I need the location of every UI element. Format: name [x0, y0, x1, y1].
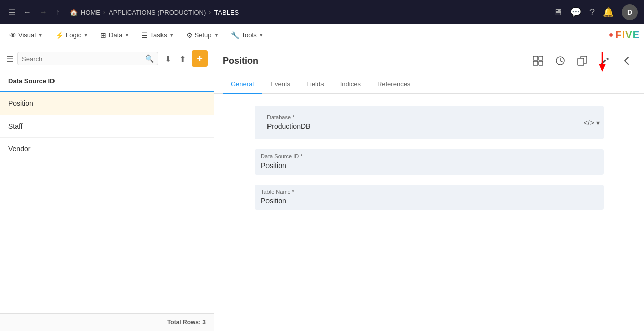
- content-area: Position: [214, 46, 644, 331]
- sidebar-toolbar: ☰ 🔍 ⬇ ⬆ +: [0, 46, 214, 71]
- table-name-field-group: Table Name * Position: [255, 185, 604, 210]
- breadcrumb-sep-1: ›: [103, 9, 105, 16]
- download-icon[interactable]: ⬇: [163, 52, 173, 66]
- sidebar-item-staff[interactable]: Staff: [0, 115, 214, 138]
- chat-icon[interactable]: 💬: [570, 7, 581, 18]
- svg-rect-2: [533, 61, 538, 65]
- help-icon[interactable]: ?: [589, 7, 595, 18]
- breadcrumb: 🏠 HOME › APPLICATIONS (PRODUCTION) › TAB…: [70, 9, 239, 16]
- data-icon: ⊞: [100, 31, 106, 39]
- sidebar-item-vendor[interactable]: Vendor: [0, 138, 214, 160]
- tasks-icon: ☰: [141, 31, 148, 39]
- user-avatar[interactable]: D: [622, 4, 638, 20]
- tasks-caret: ▼: [169, 32, 174, 38]
- top-bar-right: 🖥 💬 ? 🔔 D: [553, 4, 638, 20]
- data-source-id-label: Data Source ID *: [255, 149, 604, 160]
- database-field-group: Database * ProductionDB </> ▾: [255, 106, 604, 139]
- database-label: Database *: [261, 110, 574, 121]
- nav-tasks[interactable]: ☰ Tasks ▼: [136, 28, 179, 42]
- content-header-wrapper: Position: [214, 46, 644, 75]
- nav-setup[interactable]: ⚙ Setup ▼: [181, 28, 224, 42]
- data-source-id-field: Data Source ID * Position: [255, 149, 604, 175]
- copy-icon[interactable]: [573, 51, 592, 70]
- forward-icon[interactable]: →: [37, 6, 49, 19]
- database-field-icons: </> ▾: [580, 106, 604, 139]
- table-name-label: Table Name *: [255, 185, 604, 196]
- page-title: Position: [223, 56, 529, 66]
- top-navigation-bar: ☰ ← → ↑ 🏠 HOME › APPLICATIONS (PRODUCTIO…: [0, 0, 644, 24]
- setup-icon: ⚙: [186, 31, 193, 39]
- form-area: Database * ProductionDB </> ▾ Data Sourc…: [214, 94, 644, 331]
- table-name-field: Table Name * Position: [255, 185, 604, 210]
- search-input[interactable]: [22, 55, 145, 63]
- search-wrapper: 🔍: [17, 52, 158, 65]
- tabs: General Events Fields Indices References: [214, 75, 644, 94]
- breadcrumb-tables[interactable]: TABLES: [214, 9, 239, 16]
- secondary-navigation: 👁 Visual ▼ ⚡ Logic ▼ ⊞ Data ▼ ☰ Tasks ▼ …: [0, 24, 644, 46]
- database-field: Database * ProductionDB </> ▾: [255, 106, 604, 139]
- history-icon[interactable]: [551, 51, 569, 70]
- menu-icon[interactable]: ☰: [6, 6, 17, 19]
- tab-references[interactable]: References: [369, 75, 418, 94]
- setup-caret: ▼: [214, 32, 219, 38]
- table-name-value[interactable]: Position: [255, 196, 604, 210]
- breadcrumb-home[interactable]: 🏠 HOME: [70, 9, 100, 16]
- svg-rect-1: [539, 56, 543, 60]
- main-layout: ☰ 🔍 ⬇ ⬆ + Data Source ID Position Staff …: [0, 46, 644, 331]
- sidebar-item-position[interactable]: Position: [0, 92, 214, 115]
- logo-star: ✦: [607, 30, 615, 41]
- content-actions: [529, 51, 636, 70]
- svg-rect-0: [533, 56, 538, 60]
- add-button[interactable]: +: [192, 50, 208, 67]
- breadcrumb-sep-2: ›: [209, 9, 211, 16]
- tab-indices[interactable]: Indices: [332, 75, 369, 94]
- visual-caret: ▼: [38, 32, 43, 38]
- sidebar-footer: Total Rows: 3: [0, 313, 214, 331]
- code-icon[interactable]: </>: [584, 119, 594, 127]
- back-icon[interactable]: ←: [21, 6, 33, 19]
- tab-events[interactable]: Events: [262, 75, 298, 94]
- data-source-id-field-group: Data Source ID * Position: [255, 149, 604, 175]
- upload-icon[interactable]: ⬆: [177, 52, 188, 66]
- nav-visual[interactable]: 👁 Visual ▼: [4, 28, 48, 42]
- up-icon[interactable]: ↑: [53, 6, 62, 19]
- edit-icon[interactable]: [596, 51, 614, 70]
- svg-rect-3: [539, 61, 543, 65]
- nav-tools[interactable]: 🔧 Tools ▼: [226, 28, 269, 42]
- database-value[interactable]: ProductionDB: [261, 121, 574, 135]
- sidebar: ☰ 🔍 ⬇ ⬆ + Data Source ID Position Staff …: [0, 46, 214, 331]
- svg-rect-6: [578, 58, 584, 65]
- sidebar-list: Position Staff Vendor: [0, 92, 214, 313]
- filter-icon[interactable]: ☰: [6, 54, 13, 64]
- notification-icon[interactable]: 🔔: [603, 7, 614, 18]
- search-icon[interactable]: 🔍: [145, 54, 154, 63]
- back-nav-icon[interactable]: [618, 51, 636, 70]
- monitor-icon[interactable]: 🖥: [553, 7, 562, 18]
- tab-general[interactable]: General: [223, 75, 262, 94]
- home-icon: 🏠: [70, 9, 78, 16]
- data-caret: ▼: [125, 32, 130, 38]
- visual-icon: 👁: [9, 31, 16, 39]
- logic-caret: ▼: [83, 32, 88, 38]
- logic-icon: ⚡: [55, 31, 64, 39]
- tools-icon: 🔧: [231, 31, 239, 39]
- tools-caret: ▼: [259, 32, 264, 38]
- tab-fields[interactable]: Fields: [298, 75, 332, 94]
- nav-data[interactable]: ⊞ Data ▼: [95, 28, 134, 42]
- nav-logic[interactable]: ⚡ Logic ▼: [50, 28, 93, 42]
- content-header: Position: [214, 46, 644, 75]
- expand-icon[interactable]: ▾: [596, 119, 600, 127]
- five-logo: ✦ FIVE: [607, 29, 640, 41]
- grid-view-icon[interactable]: [529, 51, 547, 70]
- sidebar-header: Data Source ID: [0, 71, 214, 92]
- database-field-content: Database * ProductionDB: [255, 106, 580, 139]
- data-source-id-value[interactable]: Position: [255, 160, 604, 175]
- breadcrumb-applications[interactable]: APPLICATIONS (PRODUCTION): [109, 9, 206, 16]
